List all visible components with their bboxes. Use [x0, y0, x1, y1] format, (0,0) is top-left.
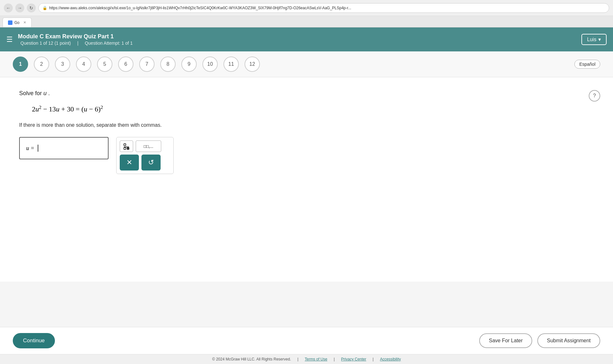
browser-tabs: Go ✕ [0, 16, 613, 27]
separator-1: | [297, 357, 298, 361]
copyright-bar: © 2024 McGraw Hill LLC. All Rights Reser… [0, 354, 613, 364]
save-later-button[interactable]: Save For Later [479, 333, 532, 348]
mixed-label: □□,... [144, 144, 153, 149]
back-button[interactable]: ← [4, 4, 13, 12]
continue-button[interactable]: Continue [13, 333, 55, 348]
fraction-button[interactable] [120, 140, 133, 152]
variable-u: u [43, 90, 47, 96]
browser-bar: ← → ↻ 🔒 https://www-awu.aleks.com/aleksc… [0, 0, 613, 16]
active-tab[interactable]: Go ✕ [3, 18, 32, 27]
answer-input-box[interactable]: u = [19, 137, 109, 159]
equation-display: 2u2 − 13u + 30 = (u − 6)2 [32, 104, 594, 113]
svg-rect-0 [124, 144, 126, 146]
svg-rect-2 [127, 148, 129, 149]
question-nav-9[interactable]: 9 [181, 57, 197, 72]
question-nav-4[interactable]: 4 [76, 57, 91, 72]
separator-3: | [373, 357, 374, 361]
undo-button[interactable]: ↺ [141, 155, 161, 171]
solve-suffix: . [48, 90, 50, 96]
help-button[interactable]: ? [589, 90, 600, 102]
question-nav-2[interactable]: 2 [34, 57, 49, 72]
question-nav-10[interactable]: 10 [202, 57, 218, 72]
footer-bar: Continue Save For Later Submit Assignmen… [0, 327, 613, 364]
clear-button[interactable]: ✕ [120, 155, 139, 171]
header-left: ☰ Module C Exam Review Quiz Part 1 Quest… [6, 33, 135, 46]
copyright-text: © 2024 McGraw Hill LLC. All Rights Reser… [212, 357, 291, 361]
url-text: https://www-awu.aleks.com/alekscgi/x/lsl… [49, 6, 351, 10]
question-nav-7[interactable]: 7 [139, 57, 155, 72]
submit-assignment-button[interactable]: Submit Assignment [537, 333, 600, 348]
quiz-subtitle: Question 1 of 12 (1 point) | Question At… [18, 41, 135, 46]
privacy-link[interactable]: Privacy Center [341, 357, 366, 361]
answer-row: u = □□,... ✕ [19, 137, 594, 174]
question-nav-1[interactable]: 1 [13, 57, 28, 72]
url-bar[interactable]: 🔒 https://www-awu.aleks.com/alekscgi/x/l… [38, 3, 609, 13]
toolbar-top-row: □□,... [120, 140, 170, 152]
question-numbers: 1 2 3 4 5 6 7 8 9 10 11 12 [13, 57, 260, 72]
main-content: ? Solve for u . 2u2 − 13u + 30 = (u − 6)… [0, 77, 613, 282]
question-nav-6[interactable]: 6 [118, 57, 133, 72]
math-toolbar: □□,... ✕ ↺ [116, 137, 174, 174]
user-menu-button[interactable]: Luis ▾ [581, 34, 607, 45]
instruction-text: If there is more than one solution, sepa… [19, 122, 594, 128]
footer-buttons: Continue Save For Later Submit Assignmen… [0, 327, 613, 354]
answer-prefix: u = [26, 145, 34, 152]
solve-for-text: Solve for [19, 90, 42, 96]
dropdown-icon: ▾ [598, 36, 601, 42]
text-cursor [38, 145, 38, 152]
espanol-button[interactable]: Español [574, 60, 600, 69]
question-nav-3[interactable]: 3 [55, 57, 70, 72]
mixed-number-button[interactable]: □□,... [136, 140, 161, 152]
quiz-title: Module C Exam Review Quiz Part 1 [18, 33, 135, 40]
undo-icon: ↺ [148, 158, 154, 167]
forward-button[interactable]: → [15, 4, 24, 12]
question-nav: 1 2 3 4 5 6 7 8 9 10 11 12 Español [0, 51, 613, 77]
footer-right-buttons: Save For Later Submit Assignment [479, 333, 600, 348]
attempt-info: Question Attempt: 1 of 1 [85, 41, 132, 46]
refresh-button[interactable]: ↻ [27, 4, 36, 12]
question-nav-5[interactable]: 5 [97, 57, 112, 72]
toolbar-bottom-row: ✕ ↺ [120, 155, 170, 171]
svg-rect-3 [124, 148, 126, 149]
question-nav-12[interactable]: 12 [245, 57, 260, 72]
question-text: Solve for u . [19, 90, 594, 97]
menu-button[interactable]: ☰ [6, 35, 13, 44]
question-progress: Question 1 of 12 (1 point) [20, 41, 71, 46]
clear-icon: ✕ [126, 158, 132, 167]
header-title-block: Module C Exam Review Quiz Part 1 Questio… [18, 33, 135, 46]
question-nav-11[interactable]: 11 [223, 57, 239, 72]
separator-2: | [334, 357, 335, 361]
question-nav-8[interactable]: 8 [160, 57, 176, 72]
tab-label: Go [14, 20, 19, 25]
accessibility-link[interactable]: Accessibility [380, 357, 401, 361]
user-name: Luis [587, 37, 596, 42]
app-header: ☰ Module C Exam Review Quiz Part 1 Quest… [0, 27, 613, 51]
terms-link[interactable]: Terms of Use [305, 357, 328, 361]
